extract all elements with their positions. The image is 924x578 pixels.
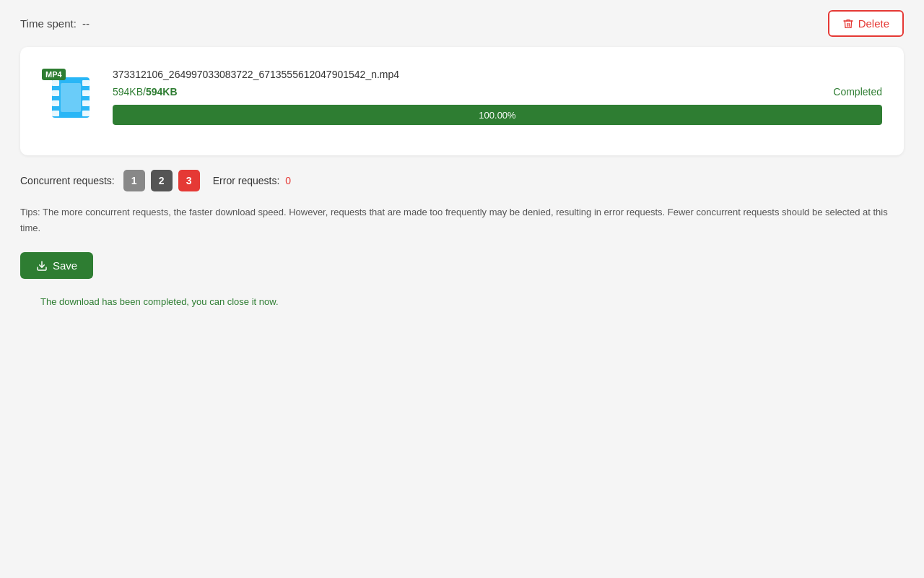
file-name: 373312106_264997033083722_67135556120479… [113,69,882,80]
save-icon [36,260,48,272]
progress-percent: 100.00% [479,110,515,121]
svg-rect-4 [52,111,59,116]
concurrent-label: Concurrent requests: [20,175,115,186]
settings-section: Concurrent requests: 1 2 3 Error request… [0,170,924,307]
svg-rect-7 [82,100,90,106]
error-label: Error requests: [213,175,280,186]
file-icon-container: MP4 [42,69,100,126]
svg-rect-2 [52,90,59,96]
mp4-badge: MP4 [42,69,66,80]
file-size-row: 594KB/594KB Completed [113,86,882,98]
concurrent-btn-3[interactable]: 3 [178,170,200,191]
tips-text: Tips: The more concurrent requests, the … [20,204,904,236]
time-spent: Time spent: -- [20,17,90,30]
concurrent-requests-row: Concurrent requests: 1 2 3 Error request… [20,170,904,191]
time-spent-label: Time spent: [20,17,77,30]
svg-rect-6 [82,90,90,96]
top-bar: Time spent: -- Delete [0,0,924,47]
svg-rect-5 [82,80,90,86]
error-count: 0 [285,175,291,186]
completed-label: Completed [833,86,882,98]
file-row: MP4 373312106_264997033083722_67135556 [42,69,882,126]
bottom-note: The download has been completed, you can… [20,296,904,307]
delete-button[interactable]: Delete [828,10,904,37]
svg-rect-1 [52,80,59,86]
time-spent-value: -- [82,17,90,30]
progress-bar-fill: 100.00% [113,105,882,125]
size-current: 594KB [113,86,143,98]
file-card: MP4 373312106_264997033083722_67135556 [20,47,904,155]
concurrent-btn-1[interactable]: 1 [123,170,145,191]
svg-rect-3 [52,100,59,106]
svg-rect-9 [61,83,81,112]
file-info: 373312106_264997033083722_67135556120479… [113,69,882,125]
save-button-label: Save [53,259,77,272]
trash-icon [842,18,854,30]
save-button[interactable]: Save [20,252,93,279]
progress-bar-container: 100.00% [113,105,882,125]
delete-button-label: Delete [858,17,889,30]
concurrent-btn-2[interactable]: 2 [151,170,173,191]
svg-rect-8 [82,111,90,116]
size-total: 594KB [146,86,178,98]
file-size: 594KB/594KB [113,86,178,98]
